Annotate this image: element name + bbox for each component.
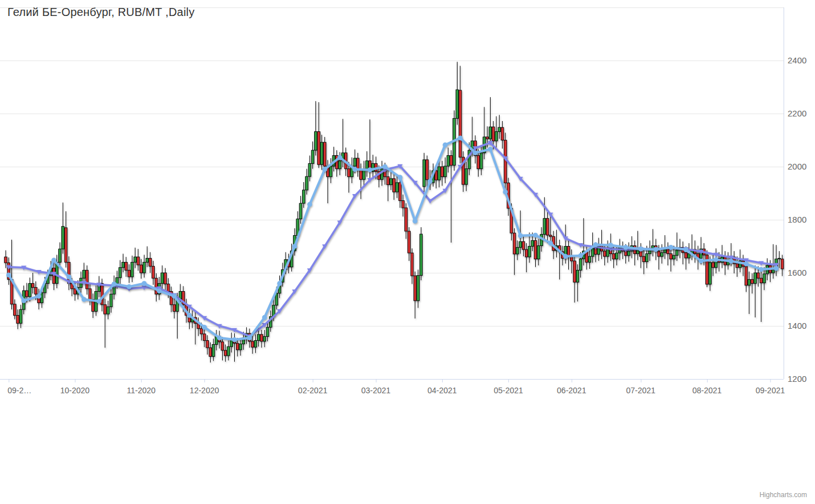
axes (0, 7, 784, 380)
y-axis-labels: 1200140016001800200022002400 (788, 55, 806, 384)
svg-text:1800: 1800 (788, 215, 806, 224)
helium-price-chart: Гелий БЕ-Оренбург, RUB/MT ,Daily 1200140… (0, 0, 815, 504)
ma-line-fast[interactable] (6, 135, 778, 342)
highcharts-credits-link[interactable]: Highcharts.com (760, 491, 807, 499)
svg-text:03-2021: 03-2021 (362, 386, 391, 395)
svg-text:08-2021: 08-2021 (692, 386, 722, 395)
svg-text:09-2…: 09-2… (7, 386, 31, 395)
svg-text:07-2021: 07-2021 (626, 386, 656, 395)
grid-lines (0, 8, 784, 380)
chart-title: Гелий БЕ-Оренбург, RUB/MT ,Daily (7, 6, 195, 19)
svg-text:2200: 2200 (788, 108, 806, 118)
svg-text:06-2021: 06-2021 (557, 386, 587, 395)
svg-text:1400: 1400 (788, 321, 806, 330)
price-candles[interactable] (5, 62, 784, 362)
svg-text:12-2020: 12-2020 (190, 386, 219, 395)
svg-text:02-2021: 02-2021 (298, 386, 328, 395)
chart-canvas[interactable]: 120014001600180020002200240009-2…10-2020… (0, 0, 815, 504)
svg-text:1600: 1600 (788, 268, 806, 277)
svg-text:1200: 1200 (788, 374, 806, 384)
svg-text:05-2021: 05-2021 (493, 386, 523, 395)
svg-text:10-2020: 10-2020 (61, 386, 90, 395)
svg-text:2400: 2400 (788, 55, 806, 65)
svg-text:2000: 2000 (788, 162, 806, 171)
svg-text:04-2021: 04-2021 (427, 386, 457, 395)
svg-text:11-2020: 11-2020 (127, 386, 156, 395)
svg-text:09-2021: 09-2021 (756, 386, 785, 395)
x-axis-labels: 09-2…10-202011-202012-202002-202103-2021… (7, 379, 785, 395)
